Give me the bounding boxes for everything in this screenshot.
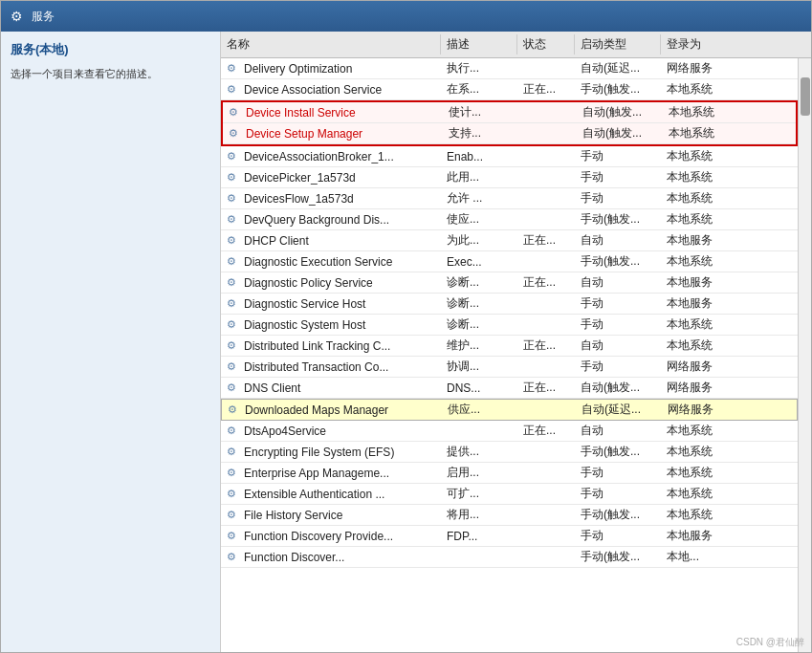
service-desc-cell: 执行...: [441, 58, 517, 78]
service-name-text: Extensible Authentication ...: [244, 488, 384, 501]
table-row[interactable]: ⚙DevicesFlow_1a573d允许 ...手动本地系统: [221, 188, 798, 209]
service-login-cell: 本地系统: [661, 79, 737, 99]
table-row[interactable]: ⚙Delivery Optimization执行...自动(延迟...网络服务: [221, 58, 798, 79]
service-name-text: DeviceAssociationBroker_1...: [244, 150, 394, 163]
service-name-cell: ⚙Delivery Optimization: [221, 60, 441, 77]
table-row[interactable]: ⚙Device Association Service在系...正在...手动(…: [221, 79, 798, 100]
service-desc-cell: 诊断...: [441, 315, 517, 335]
service-name-cell: ⚙Device Install Service: [223, 104, 443, 121]
service-name-text: Device Install Service: [246, 106, 356, 120]
service-name-cell: ⚙Diagnostic Service Host: [221, 295, 441, 313]
service-name-text: Distributed Link Tracking C...: [244, 339, 390, 353]
service-desc-cell: 使计...: [443, 102, 519, 122]
service-desc-cell: 允许 ...: [441, 188, 517, 208]
service-desc-cell: FDP...: [441, 528, 517, 545]
table-row[interactable]: ⚙DHCP Client为此...正在...自动本地服务: [221, 230, 798, 251]
highlight-group: ⚙Device Install Service使计...自动(触发...本地系统…: [221, 100, 798, 146]
service-status-cell: [517, 365, 575, 369]
table-row[interactable]: ⚙Function Discovery Provide...FDP...手动本地…: [221, 526, 798, 547]
col-login: 登录为: [661, 34, 737, 54]
service-startup-cell: 自动(延迟...: [575, 58, 661, 78]
gear-icon: ⚙: [227, 530, 240, 543]
service-startup-cell: 自动(触发...: [577, 102, 663, 122]
service-startup-cell: 手动(触发...: [575, 209, 661, 229]
service-name-cell: ⚙Diagnostic System Host: [221, 316, 441, 334]
service-status-cell: 正在...: [517, 230, 575, 250]
service-desc-cell: 使应...: [441, 209, 517, 229]
table-row[interactable]: ⚙File History Service将用...手动(触发...本地系统: [221, 505, 798, 526]
table-row[interactable]: ⚙DNS ClientDNS...正在...自动(触发...网络服务: [221, 378, 798, 399]
service-status-cell: [517, 67, 575, 71]
service-login-cell: 本地系统: [661, 484, 737, 504]
sidebar: 服务(本地) 选择一个项目来查看它的描述。: [1, 32, 221, 652]
service-name-text: Distributed Transaction Co...: [244, 360, 388, 374]
scrollbar-thumb[interactable]: [801, 77, 810, 116]
sidebar-title: 服务(本地): [11, 41, 210, 58]
table-row[interactable]: ⚙DtsApo4Service正在...自动本地系统: [221, 421, 798, 442]
service-desc-cell: 可扩...: [441, 484, 517, 504]
gear-icon: ⚙: [227, 171, 240, 185]
service-status-cell: 正在...: [517, 79, 575, 99]
table-row[interactable]: ⚙Encrypting File System (EFS)提供...手动(触发.…: [221, 442, 798, 463]
scrollbar[interactable]: [798, 58, 811, 652]
gear-icon: ⚙: [227, 276, 240, 290]
service-desc-cell: 启用...: [441, 463, 517, 483]
service-name-text: File History Service: [244, 509, 342, 522]
gear-icon: ⚙: [227, 318, 240, 332]
table-row[interactable]: ⚙Distributed Link Tracking C...维护...正在..…: [221, 336, 798, 357]
service-login-cell: 本地系统: [661, 463, 737, 483]
service-status-cell: [517, 492, 575, 496]
service-name-text: Downloaded Maps Manager: [245, 403, 388, 417]
table-row[interactable]: ⚙Function Discover...手动(触发...本地...: [221, 547, 798, 568]
service-login-cell: 本地服务: [661, 526, 737, 546]
content-area: 服务(本地) 选择一个项目来查看它的描述。 名称 描述 状态 启动类型 登录为 …: [1, 32, 811, 652]
service-status-cell: [517, 302, 575, 306]
table-row[interactable]: ⚙Diagnostic Execution ServiceExec...手动(触…: [221, 251, 798, 272]
service-name-cell: ⚙File History Service: [221, 507, 441, 524]
gear-icon: ⚙: [227, 192, 240, 206]
service-login-cell: 本地系统: [661, 167, 737, 187]
service-name-text: Enterprise App Manageme...: [244, 467, 389, 480]
gear-icon: ⚙: [227, 83, 240, 97]
table-row[interactable]: ⚙Enterprise App Manageme...启用...手动本地系统: [221, 463, 798, 484]
service-name-cell: ⚙Distributed Transaction Co...: [221, 359, 441, 376]
service-name-text: DtsApo4Service: [244, 424, 326, 438]
service-login-cell: 本地系统: [661, 336, 737, 356]
service-desc-cell: 维护...: [441, 336, 517, 356]
table-row[interactable]: ⚙DevQuery Background Dis...使应...手动(触发...…: [221, 209, 798, 230]
service-name-cell: ⚙DHCP Client: [221, 232, 441, 250]
service-startup-cell: 手动(触发...: [575, 79, 661, 99]
col-name: 名称: [221, 34, 441, 54]
service-login-cell: 本地系统: [661, 505, 737, 525]
service-login-cell: 本地服务: [661, 230, 737, 250]
service-login-cell: 网络服务: [661, 378, 737, 398]
service-login-cell: 本地系统: [661, 315, 737, 335]
service-desc-cell: [441, 555, 517, 559]
service-name-cell: ⚙DevicePicker_1a573d: [221, 169, 441, 186]
table-row[interactable]: ⚙DevicePicker_1a573d此用...手动本地系统: [221, 167, 798, 188]
table-row[interactable]: ⚙Diagnostic Service Host诊断...手动本地服务: [221, 294, 798, 315]
service-name-text: DHCP Client: [244, 234, 309, 248]
col-startup: 启动类型: [575, 34, 661, 54]
table-row[interactable]: ⚙Diagnostic Policy Service诊断...正在...自动本地…: [221, 272, 798, 294]
service-login-cell: 网络服务: [661, 58, 737, 78]
service-name-text: Diagnostic Policy Service: [244, 276, 373, 290]
table-row[interactable]: ⚙Diagnostic System Host诊断...手动本地系统: [221, 315, 798, 336]
table-row[interactable]: ⚙Extensible Authentication ...可扩...手动本地系…: [221, 484, 798, 505]
table-row[interactable]: ⚙Distributed Transaction Co...协调...手动网络服…: [221, 357, 798, 378]
service-name-cell: ⚙Distributed Link Tracking C...: [221, 337, 441, 355]
main-panel: 名称 描述 状态 启动类型 登录为 ⚙Delivery Optimization…: [221, 32, 811, 652]
col-status: 状态: [517, 34, 575, 54]
table-row[interactable]: ⚙Device Install Service使计...自动(触发...本地系统: [223, 102, 796, 123]
service-name-cell: ⚙Function Discover...: [221, 549, 441, 566]
service-name-cell: ⚙Encrypting File System (EFS): [221, 444, 441, 461]
service-startup-cell: 手动: [575, 294, 661, 314]
table-row[interactable]: ⚙Downloaded Maps Manager供应...自动(延迟...网络服…: [221, 399, 798, 421]
service-startup-cell: 手动: [575, 484, 661, 504]
service-name-cell: ⚙Diagnostic Policy Service: [221, 274, 441, 292]
gear-icon: ⚙: [227, 488, 240, 501]
service-login-cell: 本地系统: [663, 102, 739, 122]
table-row[interactable]: ⚙DeviceAssociationBroker_1...Enab...手动本地…: [221, 146, 798, 167]
table-row[interactable]: ⚙Device Setup Manager支持...自动(触发...本地系统: [223, 123, 796, 144]
service-startup-cell: 自动: [575, 421, 661, 441]
